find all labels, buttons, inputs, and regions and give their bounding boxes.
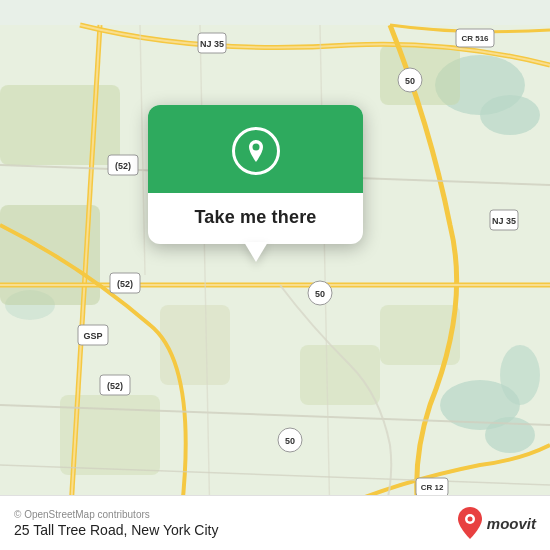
svg-rect-7 (0, 85, 120, 165)
location-pin-icon (232, 127, 280, 175)
svg-point-6 (500, 345, 540, 405)
svg-text:NJ 35: NJ 35 (200, 39, 224, 49)
svg-text:50: 50 (285, 436, 295, 446)
svg-point-48 (467, 517, 472, 522)
popup-label-area[interactable]: Take me there (148, 193, 363, 244)
svg-text:CR 516: CR 516 (461, 34, 489, 43)
osm-attribution: © OpenStreetMap contributors (14, 509, 218, 520)
moovit-pin-icon (457, 506, 483, 540)
svg-text:NJ 35: NJ 35 (492, 216, 516, 226)
address-text: 25 Tall Tree Road, New York City (14, 522, 218, 538)
svg-point-2 (480, 95, 540, 135)
svg-text:(52): (52) (115, 161, 131, 171)
svg-text:(52): (52) (117, 279, 133, 289)
map-background: NJ 35 NJ 35 50 50 50 (52) (52) (52) GSP … (0, 0, 550, 550)
popup-tail (244, 242, 268, 262)
take-me-there-button[interactable]: Take me there (194, 207, 316, 227)
svg-text:CR 12: CR 12 (421, 483, 444, 492)
map-container: NJ 35 NJ 35 50 50 50 (52) (52) (52) GSP … (0, 0, 550, 550)
bottom-left: © OpenStreetMap contributors 25 Tall Tre… (14, 509, 218, 538)
svg-text:GSP: GSP (83, 331, 102, 341)
popup-card[interactable]: Take me there (148, 105, 363, 244)
popup-green-header (148, 105, 363, 193)
svg-text:50: 50 (315, 289, 325, 299)
svg-point-46 (252, 144, 259, 151)
moovit-wordmark: moovit (487, 515, 536, 532)
svg-text:(52): (52) (107, 381, 123, 391)
bottom-bar: © OpenStreetMap contributors 25 Tall Tre… (0, 495, 550, 550)
svg-rect-12 (160, 305, 230, 385)
svg-text:50: 50 (405, 76, 415, 86)
moovit-logo[interactable]: moovit (457, 506, 536, 540)
